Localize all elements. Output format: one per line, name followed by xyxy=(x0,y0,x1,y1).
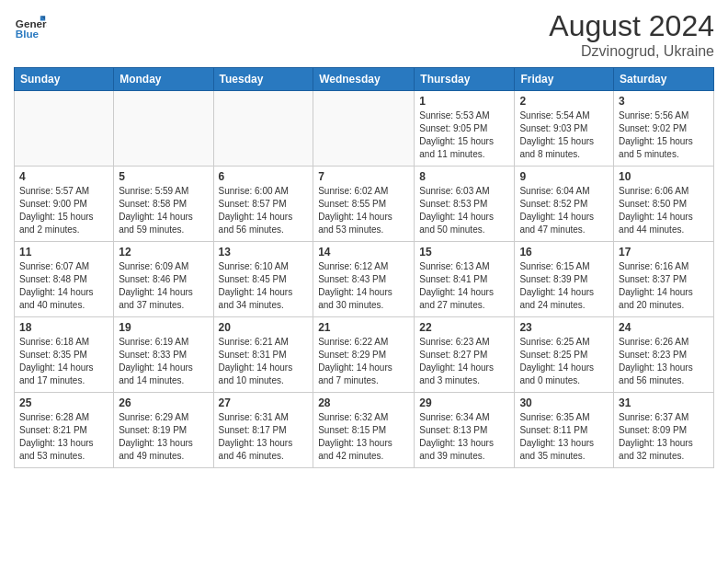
cell-info: Sunrise: 6:35 AMSunset: 8:11 PMDaylight:… xyxy=(519,411,609,463)
day-number: 1 xyxy=(419,95,509,108)
day-number: 6 xyxy=(219,170,309,183)
day-header-saturday: Saturday xyxy=(614,68,714,91)
day-number: 25 xyxy=(19,396,108,409)
header: General Blue August 2024 Dzvinogrud, Ukr… xyxy=(14,9,714,60)
day-number: 15 xyxy=(419,246,509,259)
calendar-cell: 26Sunrise: 6:29 AMSunset: 8:19 PMDayligh… xyxy=(114,393,213,468)
title-block: August 2024 Dzvinogrud, Ukraine xyxy=(549,9,714,60)
cell-info: Sunrise: 6:31 AMSunset: 8:17 PMDaylight:… xyxy=(219,411,309,463)
calendar-cell: 22Sunrise: 6:23 AMSunset: 8:27 PMDayligh… xyxy=(415,317,515,393)
day-number: 8 xyxy=(419,170,509,183)
cell-info: Sunrise: 6:28 AMSunset: 8:21 PMDaylight:… xyxy=(19,411,108,463)
week-row-3: 18Sunrise: 6:18 AMSunset: 8:35 PMDayligh… xyxy=(15,317,714,393)
cell-info: Sunrise: 6:19 AMSunset: 8:33 PMDaylight:… xyxy=(119,336,208,387)
day-number: 17 xyxy=(619,246,709,259)
day-number: 4 xyxy=(19,170,108,183)
cell-info: Sunrise: 5:57 AMSunset: 9:00 PMDaylight:… xyxy=(19,185,108,236)
calendar-cell: 9Sunrise: 6:04 AMSunset: 8:52 PMDaylight… xyxy=(515,167,614,242)
calendar-cell: 10Sunrise: 6:06 AMSunset: 8:50 PMDayligh… xyxy=(614,167,714,242)
day-header-tuesday: Tuesday xyxy=(213,68,313,91)
day-header-friday: Friday xyxy=(515,68,614,91)
day-number: 7 xyxy=(318,170,409,183)
cell-info: Sunrise: 6:34 AMSunset: 8:13 PMDaylight:… xyxy=(419,411,509,463)
cell-info: Sunrise: 6:21 AMSunset: 8:31 PMDaylight:… xyxy=(219,336,309,387)
calendar-cell: 25Sunrise: 6:28 AMSunset: 8:21 PMDayligh… xyxy=(15,393,114,468)
cell-info: Sunrise: 6:02 AMSunset: 8:55 PMDaylight:… xyxy=(318,185,409,236)
cell-info: Sunrise: 6:04 AMSunset: 8:52 PMDaylight:… xyxy=(519,185,609,236)
calendar-cell xyxy=(313,91,415,167)
day-header-wednesday: Wednesday xyxy=(313,68,415,91)
calendar-cell: 8Sunrise: 6:03 AMSunset: 8:53 PMDaylight… xyxy=(415,167,515,242)
calendar-cell xyxy=(15,91,114,167)
day-number: 24 xyxy=(619,321,709,334)
day-header-sunday: Sunday xyxy=(15,68,114,91)
cell-info: Sunrise: 6:10 AMSunset: 8:45 PMDaylight:… xyxy=(219,260,309,312)
cell-info: Sunrise: 5:53 AMSunset: 9:05 PMDaylight:… xyxy=(419,109,509,161)
calendar-cell: 7Sunrise: 6:02 AMSunset: 8:55 PMDaylight… xyxy=(313,167,415,242)
day-header-monday: Monday xyxy=(114,68,213,91)
cell-info: Sunrise: 6:09 AMSunset: 8:46 PMDaylight:… xyxy=(119,260,208,312)
day-header-thursday: Thursday xyxy=(415,68,515,91)
day-number: 20 xyxy=(219,321,309,334)
cell-info: Sunrise: 6:00 AMSunset: 8:57 PMDaylight:… xyxy=(219,185,309,236)
calendar-cell: 6Sunrise: 6:00 AMSunset: 8:57 PMDaylight… xyxy=(213,167,313,242)
cell-info: Sunrise: 6:26 AMSunset: 8:23 PMDaylight:… xyxy=(619,336,709,387)
cell-info: Sunrise: 6:32 AMSunset: 8:15 PMDaylight:… xyxy=(318,411,409,463)
cell-info: Sunrise: 6:12 AMSunset: 8:43 PMDaylight:… xyxy=(318,260,409,312)
day-number: 10 xyxy=(619,170,709,183)
calendar-cell: 21Sunrise: 6:22 AMSunset: 8:29 PMDayligh… xyxy=(313,317,415,393)
cell-info: Sunrise: 6:13 AMSunset: 8:41 PMDaylight:… xyxy=(419,260,509,312)
cell-info: Sunrise: 6:18 AMSunset: 8:35 PMDaylight:… xyxy=(19,336,108,387)
logo-icon: General Blue xyxy=(14,9,47,42)
day-number: 27 xyxy=(219,396,309,409)
cell-info: Sunrise: 5:56 AMSunset: 9:02 PMDaylight:… xyxy=(619,109,709,161)
calendar-cell xyxy=(114,91,213,167)
day-number: 14 xyxy=(318,246,409,259)
cell-info: Sunrise: 6:29 AMSunset: 8:19 PMDaylight:… xyxy=(119,411,208,463)
week-row-4: 25Sunrise: 6:28 AMSunset: 8:21 PMDayligh… xyxy=(15,393,714,468)
calendar-cell: 12Sunrise: 6:09 AMSunset: 8:46 PMDayligh… xyxy=(114,242,213,317)
day-number: 2 xyxy=(519,95,609,108)
main-container: General Blue August 2024 Dzvinogrud, Ukr… xyxy=(0,0,728,477)
day-number: 18 xyxy=(19,321,108,334)
day-number: 16 xyxy=(519,246,609,259)
week-row-1: 4Sunrise: 5:57 AMSunset: 9:00 PMDaylight… xyxy=(15,167,714,242)
calendar-cell: 23Sunrise: 6:25 AMSunset: 8:25 PMDayligh… xyxy=(515,317,614,393)
calendar-cell: 20Sunrise: 6:21 AMSunset: 8:31 PMDayligh… xyxy=(213,317,313,393)
location: Dzvinogrud, Ukraine xyxy=(549,43,714,60)
calendar-cell: 28Sunrise: 6:32 AMSunset: 8:15 PMDayligh… xyxy=(313,393,415,468)
week-row-2: 11Sunrise: 6:07 AMSunset: 8:48 PMDayligh… xyxy=(15,242,714,317)
day-number: 26 xyxy=(119,396,208,409)
cell-info: Sunrise: 6:23 AMSunset: 8:27 PMDaylight:… xyxy=(419,336,509,387)
cell-info: Sunrise: 6:22 AMSunset: 8:29 PMDaylight:… xyxy=(318,336,409,387)
calendar-cell: 5Sunrise: 5:59 AMSunset: 8:58 PMDaylight… xyxy=(114,167,213,242)
day-number: 21 xyxy=(318,321,409,334)
day-number: 19 xyxy=(119,321,208,334)
cell-info: Sunrise: 6:16 AMSunset: 8:37 PMDaylight:… xyxy=(619,260,709,312)
calendar-cell: 14Sunrise: 6:12 AMSunset: 8:43 PMDayligh… xyxy=(313,242,415,317)
calendar-cell: 17Sunrise: 6:16 AMSunset: 8:37 PMDayligh… xyxy=(614,242,714,317)
svg-text:Blue: Blue xyxy=(16,28,40,40)
day-number: 31 xyxy=(619,396,709,409)
cell-info: Sunrise: 6:03 AMSunset: 8:53 PMDaylight:… xyxy=(419,185,509,236)
day-number: 22 xyxy=(419,321,509,334)
calendar-cell xyxy=(213,91,313,167)
calendar-cell: 30Sunrise: 6:35 AMSunset: 8:11 PMDayligh… xyxy=(515,393,614,468)
calendar-cell: 31Sunrise: 6:37 AMSunset: 8:09 PMDayligh… xyxy=(614,393,714,468)
day-number: 5 xyxy=(119,170,208,183)
day-number: 30 xyxy=(519,396,609,409)
cell-info: Sunrise: 6:25 AMSunset: 8:25 PMDaylight:… xyxy=(519,336,609,387)
day-number: 9 xyxy=(519,170,609,183)
calendar-cell: 15Sunrise: 6:13 AMSunset: 8:41 PMDayligh… xyxy=(415,242,515,317)
calendar-cell: 11Sunrise: 6:07 AMSunset: 8:48 PMDayligh… xyxy=(15,242,114,317)
cell-info: Sunrise: 6:07 AMSunset: 8:48 PMDaylight:… xyxy=(19,260,108,312)
calendar-cell: 27Sunrise: 6:31 AMSunset: 8:17 PMDayligh… xyxy=(213,393,313,468)
day-number: 11 xyxy=(19,246,108,259)
calendar-header-row: SundayMondayTuesdayWednesdayThursdayFrid… xyxy=(15,68,714,91)
cell-info: Sunrise: 6:15 AMSunset: 8:39 PMDaylight:… xyxy=(519,260,609,312)
day-number: 12 xyxy=(119,246,208,259)
calendar-cell: 3Sunrise: 5:56 AMSunset: 9:02 PMDaylight… xyxy=(614,91,714,167)
day-number: 28 xyxy=(318,396,409,409)
calendar-cell: 29Sunrise: 6:34 AMSunset: 8:13 PMDayligh… xyxy=(415,393,515,468)
cell-info: Sunrise: 6:06 AMSunset: 8:50 PMDaylight:… xyxy=(619,185,709,236)
